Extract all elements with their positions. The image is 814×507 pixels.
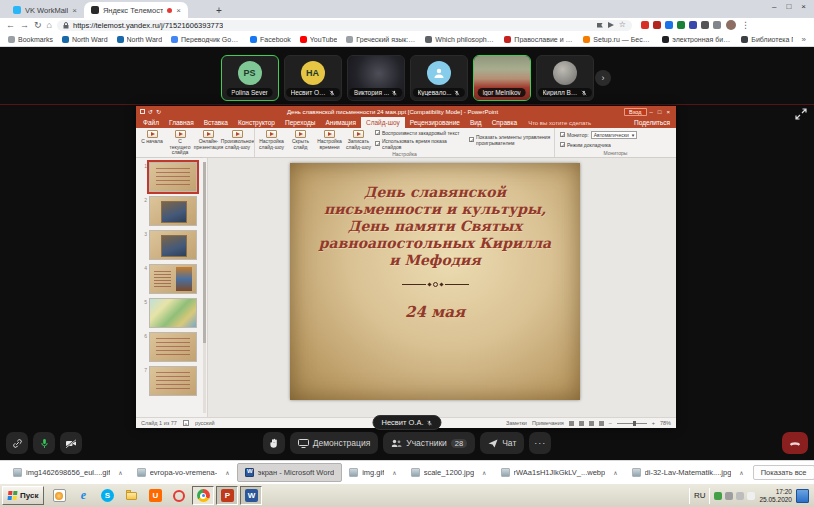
chat-button[interactable]: Чат bbox=[480, 432, 524, 454]
extension-icon[interactable] bbox=[689, 21, 697, 29]
tray-icon[interactable] bbox=[725, 492, 733, 500]
forward-icon[interactable]: → bbox=[20, 21, 29, 30]
zoom-slider[interactable] bbox=[617, 423, 647, 424]
bookmark-item[interactable]: North Ward bbox=[62, 36, 108, 43]
notes-button[interactable]: Заметки bbox=[506, 420, 527, 426]
download-item[interactable]: rWAa1sH1JlkGkLV_...webp ∧ bbox=[494, 461, 625, 483]
send-icon[interactable] bbox=[608, 22, 614, 28]
monitor-select[interactable]: Автоматически ▾ bbox=[591, 131, 637, 139]
ribbon-tab[interactable]: Вид bbox=[465, 117, 487, 128]
participants-next-icon[interactable]: › bbox=[595, 70, 611, 86]
more-options-button[interactable]: ··· bbox=[529, 432, 551, 454]
zoom-in-icon[interactable]: + bbox=[652, 420, 655, 426]
bookmark-item[interactable]: Православие и вер... bbox=[504, 36, 574, 43]
star-icon[interactable]: ☆ bbox=[619, 21, 626, 29]
zoom-out-icon[interactable]: – bbox=[609, 420, 612, 426]
taskbar-internet-explorer[interactable]: e bbox=[72, 486, 94, 505]
download-menu-icon[interactable]: ∧ bbox=[225, 469, 229, 476]
ribbon-checkbox[interactable]: Воспроизвести закадровый текст bbox=[375, 130, 463, 136]
new-tab-button[interactable]: + bbox=[210, 0, 222, 18]
ribbon-button[interactable]: Настройка времени bbox=[316, 129, 343, 150]
taskbar-skype[interactable]: S bbox=[96, 486, 118, 505]
start-button[interactable]: Пуск bbox=[2, 486, 44, 505]
tray-icon[interactable] bbox=[714, 492, 722, 500]
bookmark-item[interactable]: North Ward bbox=[117, 36, 163, 43]
extension-icon[interactable] bbox=[713, 21, 721, 29]
bookmarks-overflow-icon[interactable]: » bbox=[802, 35, 806, 44]
undo-icon[interactable]: ↺ bbox=[148, 109, 153, 115]
end-call-button[interactable] bbox=[782, 432, 808, 454]
slide-sorter-icon[interactable] bbox=[579, 421, 584, 426]
tray-icon[interactable] bbox=[747, 492, 755, 500]
ribbon-button[interactable]: Записать слайд-шоу bbox=[345, 129, 372, 150]
bookmark-item[interactable]: электронная библио... bbox=[662, 36, 732, 43]
ribbon-button[interactable]: Скрыть слайд bbox=[287, 129, 314, 150]
slideshow-view-icon[interactable] bbox=[599, 421, 604, 426]
expand-fullscreen-icon[interactable] bbox=[794, 107, 808, 121]
taskbar-word[interactable]: W bbox=[240, 486, 262, 505]
raise-hand-button[interactable] bbox=[263, 432, 285, 454]
ribbon-button[interactable]: С начала bbox=[139, 129, 165, 156]
bookmark-item[interactable]: Bookmarks bbox=[8, 36, 53, 43]
participants-button[interactable]: Участники 28 bbox=[383, 432, 475, 454]
extension-icon[interactable] bbox=[677, 21, 685, 29]
slide-thumbnail[interactable] bbox=[149, 230, 197, 260]
download-item[interactable]: экран - Microsoft Word ∧ bbox=[237, 463, 343, 482]
ribbon-tab[interactable]: Переходы bbox=[280, 117, 321, 128]
ribbon-tab[interactable]: Слайд-шоу bbox=[361, 117, 405, 128]
clock[interactable]: 17:20 25.05.2020 bbox=[759, 488, 792, 503]
ribbon-button[interactable]: Произвольное слайд-шоу bbox=[224, 129, 251, 156]
ribbon-button[interactable]: Настройка слайд-шоу bbox=[258, 129, 285, 150]
minimize-icon[interactable]: – bbox=[772, 2, 776, 11]
slide-thumbnail[interactable] bbox=[149, 196, 197, 226]
download-item[interactable]: di-32-Lav-Matematik....jpg ∧ bbox=[625, 461, 751, 483]
thumbnail-scrollbar[interactable] bbox=[203, 162, 206, 413]
tab-close-icon[interactable]: × bbox=[72, 6, 77, 15]
download-menu-icon[interactable]: ∧ bbox=[482, 469, 486, 476]
maximize-icon[interactable]: □ bbox=[786, 2, 791, 11]
slide-thumbnail[interactable] bbox=[149, 162, 197, 192]
ribbon-button[interactable]: Онлайн-презентация bbox=[195, 129, 222, 156]
share-button[interactable]: Поделиться bbox=[634, 117, 674, 128]
normal-view-icon[interactable] bbox=[569, 421, 574, 426]
slide-thumbnail[interactable] bbox=[149, 298, 197, 328]
redo-icon[interactable]: ↻ bbox=[156, 109, 161, 115]
slide-canvas[interactable]: День славянскойписьменности и культуры,Д… bbox=[290, 163, 580, 400]
taskbar-uc-browser[interactable]: U bbox=[144, 486, 166, 505]
download-menu-icon[interactable]: ∧ bbox=[118, 469, 122, 476]
extension-icon[interactable] bbox=[701, 21, 709, 29]
participant-tile[interactable]: НА Несвит О.А. bbox=[284, 55, 342, 101]
bookmark-item[interactable]: Which philosopher ar... bbox=[425, 36, 495, 43]
bookmark-item[interactable]: Facebook bbox=[250, 36, 291, 43]
comments-button[interactable]: Примечания bbox=[532, 420, 564, 426]
extension-icon[interactable] bbox=[665, 21, 673, 29]
save-icon[interactable] bbox=[140, 109, 145, 114]
bookmark-item[interactable]: Переводчик Google bbox=[171, 36, 241, 43]
ribbon-tab[interactable]: Главная bbox=[164, 117, 199, 128]
bookmark-item[interactable]: Греческий язык: уче... bbox=[346, 36, 416, 43]
ribbon-tab[interactable]: Справка bbox=[487, 117, 523, 128]
show-desktop-icon[interactable] bbox=[796, 489, 809, 503]
taskbar-explorer[interactable] bbox=[120, 486, 142, 505]
browser-tab[interactable]: Яндекс Телемост × bbox=[84, 2, 188, 18]
refresh-icon[interactable]: ↻ bbox=[34, 21, 42, 30]
download-menu-icon[interactable]: ∧ bbox=[613, 469, 617, 476]
ribbon-tab[interactable]: Конструктор bbox=[233, 117, 280, 128]
ribbon-tab[interactable]: Рецензирование bbox=[405, 117, 465, 128]
slide-thumbnail[interactable] bbox=[149, 264, 197, 294]
browser-tab[interactable]: VK WorkMail × bbox=[6, 2, 84, 18]
tray-icon[interactable] bbox=[736, 492, 744, 500]
ppt-restore-icon[interactable]: □ bbox=[658, 109, 662, 115]
bookmark-item[interactable]: YouTube bbox=[300, 36, 338, 43]
ppt-close-icon[interactable]: × bbox=[666, 109, 670, 115]
ribbon-tab[interactable]: Анимация bbox=[320, 117, 361, 128]
show-all-downloads-button[interactable]: Показать все bbox=[753, 465, 814, 480]
slide-thumbnail[interactable] bbox=[149, 332, 197, 362]
browser-menu-icon[interactable]: ⋮ bbox=[741, 20, 750, 30]
back-icon[interactable]: ← bbox=[6, 21, 15, 30]
participant-tile[interactable]: Виктория ... bbox=[347, 55, 405, 101]
presenter-mode-checkbox[interactable]: Режим докладчика bbox=[560, 142, 671, 148]
taskbar-chrome[interactable] bbox=[192, 486, 214, 505]
close-icon[interactable]: × bbox=[801, 2, 806, 11]
download-menu-icon[interactable]: ∧ bbox=[739, 469, 743, 476]
